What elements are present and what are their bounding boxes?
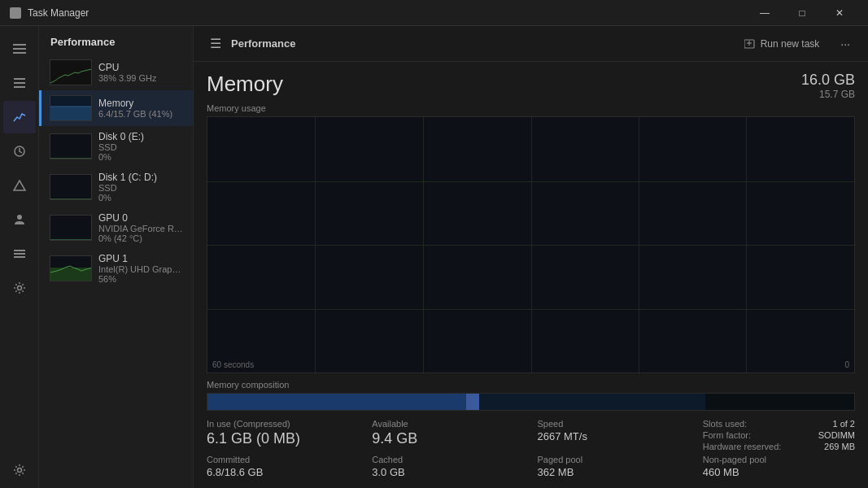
committed-value: 6.8/18.6 GB	[207, 466, 359, 478]
sidebar-item-memory[interactable]: Memory 6.4/15.7 GB (41%)	[39, 90, 193, 126]
sidebar-icon-history[interactable]	[3, 135, 36, 168]
form-row: Form factor: SODIMM	[703, 430, 855, 440]
cpu-name: CPU	[98, 62, 185, 73]
svg-rect-2	[13, 52, 26, 54]
content-header: Memory 16.0 GB 15.7 GB	[207, 72, 855, 100]
stat-committed: Committed 6.8/18.6 GB	[207, 455, 359, 478]
main-content: ☰ Performance Run new task ··· Memor	[194, 26, 868, 488]
sidebar-section-title: Performance	[39, 26, 193, 54]
cpu-thumbnail	[50, 59, 92, 85]
disk0-sub1: SSD	[98, 142, 185, 152]
sidebar-icon-services[interactable]	[3, 272, 36, 304]
memory-thumbnail	[50, 95, 92, 121]
comp-standby	[479, 394, 705, 410]
disk0-thumbnail	[50, 133, 92, 159]
available-label: Available	[372, 419, 524, 429]
stat-cached: Cached 3.0 GB	[372, 455, 524, 478]
memory-chart: 60 seconds 0	[207, 116, 855, 373]
restore-button[interactable]: □	[783, 0, 821, 26]
form-label: Form factor:	[703, 430, 751, 440]
sidebar-icon-performance[interactable]	[3, 101, 36, 133]
reserved-value: 269 MB	[824, 442, 855, 451]
sidebar-item-disk1[interactable]: Disk 1 (C: D:) SSD 0%	[39, 167, 193, 207]
nonpaged-value: 460 MB	[703, 466, 855, 478]
paged-value: 362 MB	[538, 466, 690, 478]
titlebar-title: Task Manager	[28, 7, 89, 19]
titlebar-left: Task Manager	[10, 7, 89, 19]
sidebar-icon-menu[interactable]	[3, 33, 36, 65]
comp-free	[705, 394, 854, 410]
minimize-button[interactable]: —	[746, 0, 783, 26]
svg-rect-14	[50, 107, 92, 121]
form-value: SODIMM	[818, 430, 855, 440]
svg-rect-1	[13, 48, 26, 50]
chart-time-label: 60 seconds	[212, 360, 254, 369]
svg-point-12	[17, 286, 21, 290]
paged-label: Paged pool	[538, 455, 690, 464]
memory-title: Memory	[207, 72, 283, 97]
usage-label: Memory usage	[207, 103, 855, 113]
memory-header-right: 16.0 GB 15.7 GB	[801, 72, 855, 100]
svg-rect-10	[14, 253, 25, 255]
disk1-thumbnail	[50, 174, 92, 200]
gpu1-sub1: Intel(R) UHD Graphics	[98, 264, 185, 274]
gpu1-thumbnail	[50, 255, 92, 281]
reserved-label: Hardware reserved:	[703, 442, 782, 451]
run-new-task-button[interactable]: Run new task	[738, 35, 827, 53]
speed-label: Speed	[538, 419, 690, 429]
stat-in-use: In use (Compressed) 6.1 GB (0 MB)	[207, 419, 359, 451]
titlebar: Task Manager — □ ✕	[0, 0, 868, 26]
nonpaged-label: Non-paged pool	[703, 455, 855, 464]
top-bar-right: Run new task ···	[738, 35, 855, 53]
disk0-info: Disk 0 (E:) SSD 0%	[98, 131, 185, 162]
gpu1-name: GPU 1	[98, 253, 185, 264]
memory-info: Memory 6.4/15.7 GB (41%)	[98, 98, 185, 119]
gpu0-sub1: NVIDIA GeForce RTX...	[98, 224, 185, 233]
sidebar-icon-startup[interactable]	[3, 169, 36, 202]
cpu-info: CPU 38% 3.99 GHz	[98, 62, 185, 83]
chart-time-right: 0	[844, 360, 849, 369]
in-use-value: 6.1 GB (0 MB)	[207, 430, 359, 447]
svg-rect-5	[14, 86, 25, 88]
disk1-sub1: SSD	[98, 183, 185, 193]
cpu-sub: 38% 3.99 GHz	[98, 73, 185, 83]
sidebar-icon-processes[interactable]	[3, 67, 36, 99]
gpu1-info: GPU 1 Intel(R) UHD Graphics 56%	[98, 253, 185, 284]
composition-label: Memory composition	[207, 380, 855, 390]
app-body: Performance CPU 38% 3.99 GHz M	[0, 26, 868, 488]
svg-rect-9	[14, 250, 25, 251]
sidebar-item-gpu0[interactable]: GPU 0 NVIDIA GeForce RTX... 0% (42 °C)	[39, 207, 193, 248]
close-button[interactable]: ✕	[821, 0, 858, 26]
svg-point-13	[17, 468, 21, 473]
slots-row: Slots used: 1 of 2	[703, 419, 855, 429]
composition-bar	[207, 393, 855, 411]
disk1-name: Disk 1 (C: D:)	[98, 172, 185, 183]
sidebar-icon-details[interactable]	[3, 237, 36, 270]
slots-label: Slots used:	[703, 419, 747, 429]
memory-name: Memory	[98, 98, 185, 109]
sidebar-icon-users[interactable]	[3, 203, 36, 236]
sidebar-item-cpu[interactable]: CPU 38% 3.99 GHz	[39, 54, 193, 90]
sidebar-item-disk0[interactable]: Disk 0 (E:) SSD 0%	[39, 126, 193, 167]
disk0-name: Disk 0 (E:)	[98, 131, 185, 142]
stat-nonpaged: Non-paged pool 460 MB	[703, 455, 855, 478]
stat-right-info: Slots used: 1 of 2 Form factor: SODIMM H…	[703, 419, 855, 451]
top-bar-title: Performance	[231, 37, 295, 50]
run-task-label: Run new task	[761, 38, 820, 50]
more-options-button[interactable]: ···	[835, 36, 855, 52]
disk1-sub2: 0%	[98, 193, 185, 203]
hamburger-icon[interactable]: ☰	[207, 34, 225, 53]
stat-paged: Paged pool 362 MB	[538, 455, 690, 478]
svg-point-8	[17, 215, 22, 220]
sidebar-item-gpu1[interactable]: GPU 1 Intel(R) UHD Graphics 56%	[39, 248, 193, 289]
svg-rect-3	[14, 78, 25, 80]
sidebar-icon-settings[interactable]	[3, 454, 36, 486]
svg-marker-7	[14, 181, 25, 190]
stat-speed: Speed 2667 MT/s	[538, 419, 690, 451]
comp-in-use	[207, 394, 466, 410]
svg-rect-4	[14, 82, 25, 84]
memory-sub: 6.4/15.7 GB (41%)	[98, 109, 185, 119]
available-value: 9.4 GB	[372, 430, 524, 447]
top-bar: ☰ Performance Run new task ···	[194, 26, 868, 62]
svg-rect-11	[14, 256, 25, 258]
